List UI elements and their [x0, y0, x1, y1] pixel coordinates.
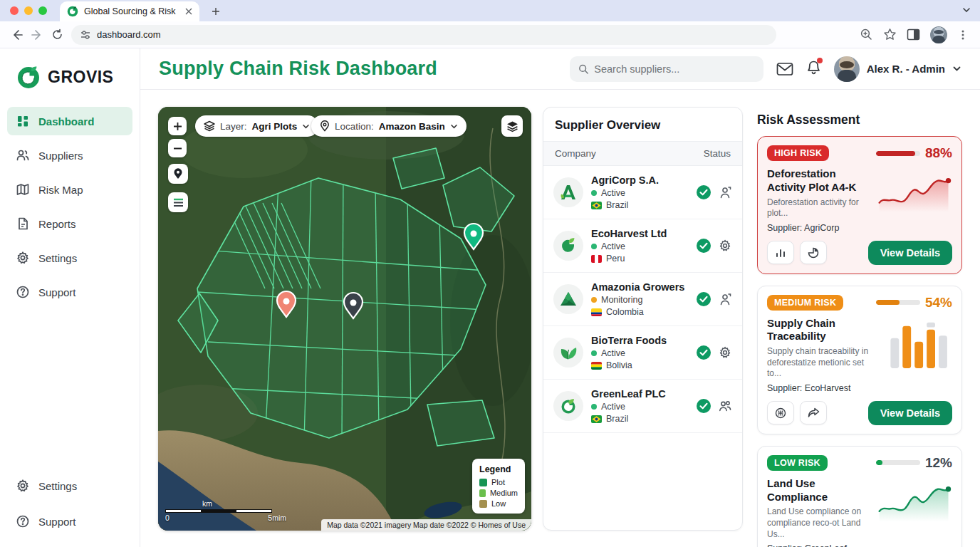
mail-icon[interactable] — [776, 62, 793, 76]
legend-title: Legend — [479, 464, 518, 474]
back-button[interactable] — [7, 25, 27, 45]
share-button[interactable] — [800, 401, 827, 424]
browser-tab[interactable]: Global Sourcing & Risk — [60, 1, 199, 21]
view-details-button[interactable]: View Details — [868, 401, 952, 425]
sidebar-footer: Settings Support — [7, 472, 133, 536]
sidebar-item-risk-map[interactable]: Risk Map — [7, 175, 132, 204]
help-circle-icon — [16, 285, 30, 299]
chevron-down-icon — [450, 123, 458, 130]
sidebar-item-label: Support — [38, 286, 76, 298]
risk-sparkline-chart — [877, 167, 952, 233]
risk-assessment-title: Risk Assessment — [757, 113, 962, 127]
brand-name: GROVIS — [48, 68, 113, 87]
profile-avatar[interactable] — [930, 26, 947, 43]
sidebar-item-label: Dashboard — [38, 115, 94, 127]
supplier-overview-title: Supplier Overview — [543, 108, 742, 142]
risk-card-high: HIGH RISK 88% Deforestation Activity Plo… — [757, 136, 962, 274]
location-label: Location: — [335, 121, 374, 132]
risk-card-medium: MEDIUM RISK 54% Supply Chain Traceabilit… — [757, 286, 962, 434]
progress-fill — [876, 460, 882, 465]
legend-swatch-plot — [479, 479, 487, 486]
risk-progress: 54% — [876, 295, 952, 311]
new-tab-button[interactable] — [208, 4, 224, 19]
supplier-row[interactable]: GreenLeaf PLC Active Brazil — [543, 380, 742, 433]
brand: GROVIS — [0, 48, 140, 107]
sidebar-item-support[interactable]: Support — [7, 278, 132, 306]
site-settings-icon[interactable] — [80, 29, 91, 41]
legend-label: Plot — [491, 478, 505, 486]
maximize-window-button[interactable] — [38, 6, 47, 15]
scatter-chart-button[interactable] — [767, 401, 794, 424]
close-tab-icon[interactable] — [185, 8, 192, 15]
sidebar-item-reports[interactable]: Reports — [7, 209, 132, 238]
zoom-icon[interactable] — [860, 28, 873, 41]
bookmark-star-icon[interactable] — [883, 28, 897, 41]
supplier-row[interactable]: EcoHarvest Ltd Active Peru — [543, 219, 742, 273]
sidebar-footer-support[interactable]: Support — [7, 507, 133, 536]
supplier-row[interactable]: Amazonia Growers Monitoring Colombia — [543, 273, 742, 326]
status-dot — [591, 404, 597, 410]
supplier-country: Bolivia — [606, 360, 632, 370]
status-dot — [591, 190, 597, 196]
view-details-button[interactable]: View Details — [868, 241, 952, 265]
risk-card-title: Deforestation Activity Plot A4-K — [767, 167, 877, 194]
marker-tool-button[interactable] — [168, 164, 188, 184]
gear-icon[interactable] — [718, 345, 732, 360]
gear-icon — [16, 479, 30, 493]
forward-button[interactable] — [27, 25, 47, 45]
gear-icon[interactable] — [718, 239, 732, 253]
status-dot — [591, 297, 597, 303]
chevron-down-icon — [302, 123, 310, 130]
url-bar[interactable]: dashboard.com — [71, 25, 776, 45]
browser-tabstrip: Global Sourcing & Risk — [0, 0, 980, 21]
chevron-down-icon — [952, 64, 961, 73]
search-input[interactable] — [594, 63, 754, 75]
legend-label: Low — [491, 499, 506, 508]
supplier-country: Colombia — [606, 307, 644, 317]
tab-search-chevron-icon[interactable] — [961, 5, 971, 18]
sidebar-item-label: Risk Map — [38, 184, 83, 196]
sidebar-item-suppliers[interactable]: Suppliers — [7, 141, 132, 170]
document-icon — [16, 217, 30, 231]
zoom-out-button[interactable] — [168, 139, 187, 157]
user-avatar — [834, 56, 860, 82]
bar-chart-button[interactable] — [767, 241, 794, 264]
person-icon[interactable] — [718, 292, 732, 306]
progress-fill — [876, 151, 915, 156]
brazil-flag-icon — [591, 202, 602, 209]
people-icon[interactable] — [718, 399, 732, 413]
supplier-table-header: Company Status — [543, 142, 742, 166]
basemap-layers-button[interactable] — [501, 115, 523, 137]
user-menu[interactable]: Alex R. - Admin — [834, 56, 961, 82]
sidebar-item-settings[interactable]: Settings — [7, 244, 132, 272]
sidebar-item-dashboard[interactable]: Dashboard — [7, 107, 132, 135]
gear-icon — [16, 251, 30, 265]
colombia-flag-icon — [591, 308, 602, 316]
zoom-in-button[interactable] — [168, 117, 187, 135]
location-selector[interactable]: Location: Amazon Basin — [311, 115, 466, 137]
search-box[interactable] — [570, 56, 763, 82]
reload-button[interactable] — [47, 25, 67, 45]
risk-card-description: Land Use compliance on compliance reco-o… — [767, 506, 877, 540]
sidebar-footer-settings[interactable]: Settings — [7, 472, 133, 500]
minimize-window-button[interactable] — [24, 6, 33, 15]
layer-selector[interactable]: Layer: Agri Plots — [195, 115, 318, 137]
close-window-button[interactable] — [10, 6, 19, 15]
url-text[interactable]: dashboard.com — [97, 29, 161, 40]
supplier-row[interactable]: AgriCorp S.A. Active Brazil — [543, 166, 742, 219]
list-tool-button[interactable] — [168, 192, 188, 212]
person-icon[interactable] — [718, 185, 732, 199]
pie-chart-button[interactable] — [800, 241, 827, 264]
app-header: Supply Chain Risk Dashboard — [140, 48, 980, 90]
side-panel-icon[interactable] — [907, 28, 920, 41]
supplier-row[interactable]: BioTerra Foods Active Bolivia — [543, 326, 742, 380]
risk-card-supplier: Supplier: EcoHarvest — [767, 383, 880, 393]
map-attribution: Map data ©2021 imagery Map date ©2022 © … — [321, 519, 531, 531]
verified-check-icon — [696, 291, 711, 307]
scale-unit: km — [202, 499, 286, 508]
sidebar-item-label: Support — [38, 516, 76, 528]
location-value: Amazon Basin — [379, 121, 445, 132]
supplier-status: Monitoring — [601, 295, 642, 305]
browser-menu-icon[interactable] — [957, 29, 969, 41]
notifications-button[interactable] — [806, 60, 821, 78]
